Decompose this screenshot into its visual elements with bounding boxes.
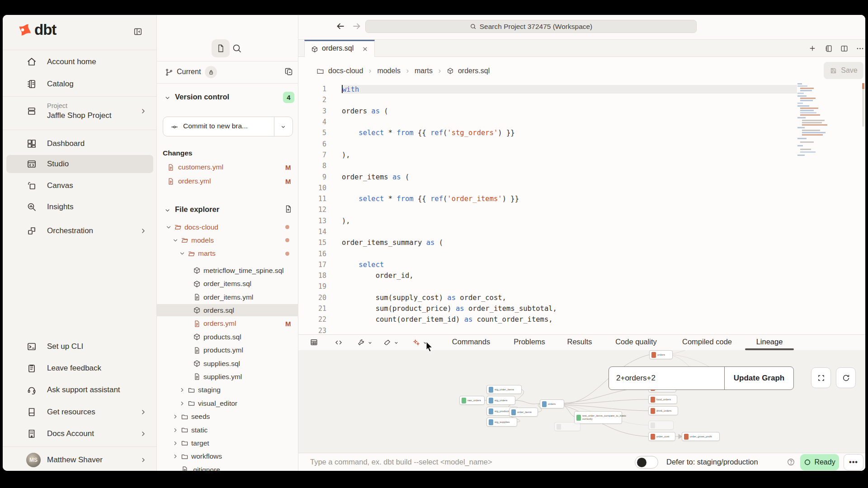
chevron-right-icon[interactable] — [179, 387, 185, 393]
code-line-7[interactable]: 7), — [298, 150, 865, 160]
changed-file-customers.yml[interactable]: customers.ymlM — [157, 160, 298, 174]
code-line-12[interactable]: 12 — [298, 204, 865, 215]
chevron-right-icon[interactable] — [172, 453, 179, 460]
fullscreen-button[interactable] — [811, 367, 831, 388]
sidebar-item-jaffle-shop-project[interactable]: ProjectJaffle Shop Project — [3, 99, 157, 124]
sidebar-item-user[interactable]: MS Matthew Shaver — [3, 451, 157, 469]
code-line-1[interactable]: 1with — [298, 84, 865, 94]
lineage-node-ghost2[interactable] — [648, 421, 674, 430]
sidebar-item-canvas[interactable]: Canvas — [3, 177, 157, 195]
breadcrumb-item[interactable]: orders.sql — [458, 67, 490, 75]
sidebar-item-dashboard[interactable]: Dashboard — [3, 135, 157, 153]
sidebar-item-docs-account[interactable]: Docs Account — [3, 425, 157, 443]
bottom-tab-problems[interactable]: Problems — [514, 338, 545, 346]
code-line-15[interactable]: 15order_items_summary as ( — [298, 237, 865, 248]
lineage-node-order_gross_profit[interactable]: order_gross_profit — [682, 432, 720, 441]
chevron-down-icon[interactable] — [179, 250, 185, 257]
code-editor[interactable]: 1with2 3orders as (4 5 select * from {{ … — [298, 84, 865, 335]
breadcrumb-item[interactable]: marts — [415, 67, 433, 75]
breadcrumb-item[interactable]: docs-cloud — [328, 67, 363, 75]
lineage-node-stg_supplies[interactable]: stg_supplies — [486, 418, 517, 427]
sidebar-item-get-resources[interactable]: Get resources — [3, 403, 157, 421]
code-line-23[interactable]: 23 — [298, 325, 865, 335]
code-line-4[interactable]: 4 — [298, 117, 865, 127]
lineage-node-ghost1[interactable] — [554, 422, 580, 431]
tree-item-workflows[interactable]: workflows — [157, 450, 298, 463]
forward-icon[interactable] — [351, 20, 363, 32]
tree-item-target[interactable]: target — [157, 437, 298, 449]
code-line-14[interactable]: 14 — [298, 226, 865, 237]
tree-item-products.sql[interactable]: products.sql — [157, 331, 298, 343]
brush-caret-icon[interactable] — [393, 340, 399, 346]
editor-scrollbar[interactable] — [862, 83, 864, 127]
tree-item-staging[interactable]: staging — [157, 384, 298, 396]
save-button[interactable]: Save — [824, 62, 863, 79]
lineage-node-drink_orders[interactable]: drink_orders — [648, 406, 678, 415]
refresh-graph-button[interactable] — [836, 367, 856, 388]
vc-collapse-chevron-icon[interactable] — [164, 94, 171, 101]
chevron-right-icon[interactable] — [172, 427, 179, 433]
tree-item-visual_editor[interactable]: visual_editor — [157, 397, 298, 409]
sparkles-caret-icon[interactable] — [422, 340, 428, 346]
tree-item-products.yml[interactable]: products.yml — [157, 344, 298, 357]
code-line-16[interactable]: 16 — [298, 248, 865, 259]
chevron-down-icon[interactable] — [172, 237, 179, 244]
project-search-input[interactable]: Search Project 372475 (Workspace) — [365, 20, 697, 33]
tree-item-order_items.yml[interactable]: order_items.yml — [157, 291, 298, 303]
code-line-18[interactable]: 18 order_id, — [298, 270, 865, 281]
tree-item-supplies.sql[interactable]: supplies.sql — [157, 357, 298, 370]
sidebar-item-account-home[interactable]: Account home — [3, 53, 157, 71]
chevron-right-icon[interactable] — [172, 413, 179, 420]
code-line-19[interactable]: 19 — [298, 281, 865, 292]
status-overflow-button[interactable]: ••• — [844, 454, 863, 470]
back-icon[interactable] — [335, 20, 346, 32]
code-line-5[interactable]: 5 select * from {{ ref('stg_orders') }} — [298, 127, 865, 138]
lineage-node-orders_mid[interactable]: orders — [540, 399, 564, 408]
tree-item-models[interactable]: models — [157, 234, 298, 246]
lineage-node-raw_orders[interactable]: raw_orders — [459, 396, 485, 405]
code-line-21[interactable]: 21 sum(product_price) as order_items_sub… — [298, 303, 865, 314]
tree-item-docs-cloud[interactable]: docs-cloud — [157, 221, 298, 233]
code-line-8[interactable]: 8 — [298, 160, 865, 171]
search-files-icon[interactable] — [231, 43, 242, 54]
code-line-9[interactable]: 9order_items as ( — [298, 171, 865, 182]
new-file-icon[interactable] — [284, 205, 292, 213]
command-input[interactable]: Type a command, ex. dbt build --select <… — [310, 458, 492, 466]
chevron-down-icon[interactable] — [165, 224, 172, 230]
code-line-11[interactable]: 11 select * from {{ ref('order_items') }… — [298, 193, 865, 204]
lineage-node-order_cost[interactable]: order_cost — [648, 432, 675, 441]
code-line-13[interactable]: 13), — [298, 216, 865, 226]
lineage-node-food_orders[interactable]: food_orders — [648, 395, 677, 404]
lineage-node-orders_top[interactable]: orders — [649, 350, 673, 359]
bottom-tab-lineage[interactable]: Lineage — [756, 338, 783, 346]
build-wrench-icon[interactable] — [357, 338, 365, 347]
tree-item-seeds[interactable]: seeds — [157, 411, 298, 423]
sidebar-item-studio[interactable]: Studio — [6, 155, 153, 173]
commit-button[interactable]: Commit to new bra... — [163, 117, 293, 136]
copy-branch-icon[interactable] — [284, 67, 293, 76]
lineage-graph[interactable]: raw_ordersstg_order_itemsstg_ordersstg_p… — [298, 350, 865, 453]
more-options-icon[interactable] — [856, 44, 864, 53]
tree-item-static[interactable]: static — [157, 424, 298, 436]
minimap[interactable] — [797, 83, 841, 164]
sidebar-item-ask-support-assistant[interactable]: Ask support assistant — [3, 381, 157, 399]
tree-item-orders.yml[interactable]: orders.ymlM — [157, 318, 298, 330]
bottom-tab-results[interactable]: Results — [567, 338, 592, 346]
current-branch-label[interactable]: Current — [177, 68, 201, 76]
chevron-right-icon[interactable] — [172, 440, 179, 446]
sidebar-item-set-up-cli[interactable]: Set up CLI — [3, 338, 157, 356]
results-table-icon[interactable] — [310, 338, 318, 347]
tree-item-.gitignore[interactable]: .gitignore — [157, 464, 298, 471]
tree-item-metricflow_time_spine.sql[interactable]: metricflow_time_spine.sql — [157, 264, 298, 277]
lineage-node-test_node[interactable]: test_order_items_compare_to_basic correc… — [574, 411, 622, 424]
code-line-20[interactable]: 20 sum(supply_cost) as order_cost, — [298, 292, 865, 303]
sidebar-item-leave-feedback[interactable]: Leave feedback — [3, 359, 157, 377]
version-control-title[interactable]: Version control — [175, 93, 229, 101]
sidebar-item-catalog[interactable]: Catalog — [3, 75, 157, 93]
explorer-collapse-chevron-icon[interactable] — [164, 207, 171, 214]
bottom-tab-code-quality[interactable]: Code quality — [615, 338, 657, 346]
tab-orders-sql[interactable]: orders.sql — [304, 40, 375, 57]
lineage-node-stg_orders[interactable]: stg_orders — [486, 396, 515, 405]
update-graph-button[interactable]: Update Graph — [725, 367, 793, 389]
ai-sparkles-icon[interactable] — [412, 338, 420, 347]
